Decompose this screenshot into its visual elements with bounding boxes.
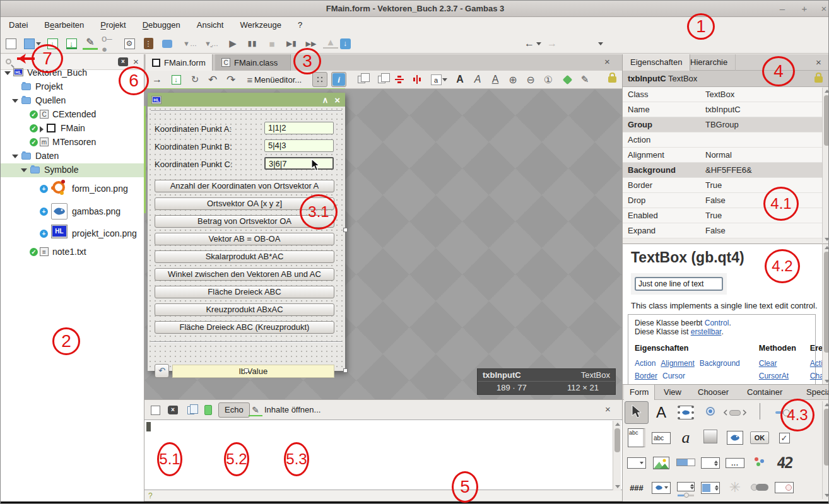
pause-icon[interactable]: ▮▮ [245,36,260,51]
toolbox-tab-chooser[interactable]: Chooser [692,385,734,401]
help-link-clear[interactable]: Clear [759,359,777,368]
panel-tool[interactable] [698,426,722,449]
expander-icon[interactable] [40,126,44,132]
colorchooser-tool[interactable] [748,452,772,474]
property-row[interactable]: ClassTextBox [623,87,822,102]
tree-item-form-icon-png[interactable]: + form_icon.png [1,179,144,200]
close-button[interactable]: × [818,3,829,15]
textarea-tool[interactable]: abc [625,426,649,449]
button-flaeche-abc[interactable]: Fläche Dreieck ABC [155,286,334,298]
new-file-icon[interactable] [3,36,18,51]
properties-scrollbar[interactable] [822,88,829,243]
scrollbar-tool[interactable] [723,401,747,424]
help-link-border[interactable]: Border [635,372,657,380]
align-horizontal-icon[interactable] [392,72,407,87]
radiobutton-tool[interactable] [698,401,722,424]
tree-item-symbole[interactable]: Symbole [1,163,144,177]
tab-eigenschaften[interactable]: Eigenschaften [623,54,690,71]
menu-bearbeiten[interactable]: Bearbeiten [36,17,92,33]
label-punkt-b[interactable]: Koordinaten Punkt B: [155,142,232,151]
menu-projekt[interactable]: Projekt [92,17,134,33]
maximize-button[interactable]: + [799,3,810,15]
console-prompt-line[interactable]: ? [144,491,622,501]
toolbox-tab-form[interactable]: Form [624,385,655,401]
help-scrollbar[interactable] [822,244,829,384]
menu-?[interactable]: ? [290,17,310,33]
nav-forward-icon[interactable]: → [544,36,560,51]
maskbox-tool[interactable]: ### [625,476,649,499]
text-color-dropdown-icon[interactable] [441,72,449,87]
help-link-cursorat[interactable]: CursorAt [759,372,789,380]
tab-hierarchie[interactable]: Hierarchie [683,54,736,71]
tab-fmain-class[interactable]: C FMain.class [215,54,291,71]
tree-item-daten[interactable]: Daten [1,149,144,163]
colorbox-tool[interactable] [698,476,722,499]
image-tool[interactable] [649,452,673,474]
label-punkt-a[interactable]: Koordinaten Punkt A: [155,124,232,134]
italic-icon[interactable]: A [470,72,485,87]
pointer-tool[interactable] [625,401,649,424]
undo-icon[interactable]: ↶ [205,72,220,87]
menu-ansicht[interactable]: Ansicht [189,17,232,33]
zoom-in-icon[interactable]: ⊕ [505,72,520,87]
property-row[interactable]: ExpandFalse [623,223,822,238]
zoom-normal-icon[interactable]: ① [541,72,556,87]
open-contents-label[interactable]: Inhalte öffnen... [264,405,320,414]
form-body[interactable]: Koordinaten Punkt A: 1|1|2 Koordinaten P… [148,107,345,371]
resize-handle-bottom[interactable] [244,368,249,373]
button-flaeche-kreuzprodukt[interactable]: Fläche Dreieck ABC (Kreuzprodukt) [155,321,334,334]
property-row[interactable]: AlignmentNormal [623,148,822,163]
picturebox-tool[interactable] [723,426,747,449]
sidebar-clear-icon[interactable]: × [118,57,128,66]
toolbox-tab-view[interactable]: View [658,385,687,401]
property-row[interactable]: GroupTBGroup [623,117,822,132]
spinbox-tool[interactable] [698,452,722,474]
edit-icon[interactable]: ✎ [83,36,98,50]
open-project-icon[interactable] [21,36,37,51]
tree-item-quellen[interactable]: Quellen [1,94,144,108]
stop-icon[interactable]: ■ [264,36,279,51]
lcdnumber-tool[interactable]: 42 [772,452,796,474]
form-title-bar[interactable]: HL ∧ × [148,93,345,107]
lock-icon[interactable] [814,76,823,83]
save-all-icon[interactable]: ↓ [64,36,79,51]
reset-button[interactable]: ↶ [155,364,169,378]
menu-datei[interactable]: Datei [1,17,36,33]
textlabel-tool[interactable]: a [674,426,698,449]
minimize-button[interactable]: – [777,3,788,15]
label-punkt-c[interactable]: Koordinaten Punkt C: [155,160,233,169]
control-link[interactable]: Control [705,319,729,327]
tab-close-icon[interactable]: × [604,56,610,67]
label-tool[interactable]: A [649,401,673,424]
console-close-icon[interactable]: × [605,404,611,414]
tree-item-fmain[interactable]: ✓ FMain [1,122,144,136]
progressbar-tool[interactable] [674,452,698,474]
eject-icon[interactable]: ▲ [323,36,338,49]
copy-control-icon[interactable] [354,72,369,87]
expander-icon[interactable] [21,168,27,172]
console-output-area[interactable] [144,419,622,490]
color-theme-icon[interactable] [560,72,575,87]
goto-code-icon[interactable]: → [150,72,165,87]
form-close-icon[interactable]: × [334,95,340,105]
comment-icon[interactable] [160,36,175,51]
save-form-icon[interactable]: ↓ [168,72,184,87]
button-anzahl-koordinaten[interactable]: Anzahl der Koordinaten von Ortsvektor A [155,180,334,192]
tree-item-gambas-png[interactable]: + gambas.png [1,201,144,223]
property-row[interactable]: Background&HF5FFE6& [623,163,822,178]
get-version-icon[interactable]: ▼… [182,36,197,51]
textbox-punkt-c[interactable]: 3|6|7 [264,157,334,170]
lock-form-icon[interactable] [604,72,620,87]
toolbox-scrollbar[interactable] [822,401,829,499]
tree-item-projekt-icon-png[interactable]: + HL projekt_icon.png [1,223,144,245]
redo-icon[interactable]: ↷ [223,72,238,87]
textbox-punkt-a[interactable]: 1|1|2 [264,122,334,134]
property-row[interactable]: NametxbInputC [623,102,822,117]
separator-tool[interactable] [748,401,772,424]
console-new-icon[interactable] [148,403,162,417]
console-clear-icon[interactable]: × [166,403,180,417]
menu-werkzeuge[interactable]: Werkzeuge [232,17,290,33]
info-toggle-icon[interactable]: i [331,72,346,87]
console-log-icon[interactable] [201,403,215,417]
timebox-tool[interactable] [772,476,796,499]
